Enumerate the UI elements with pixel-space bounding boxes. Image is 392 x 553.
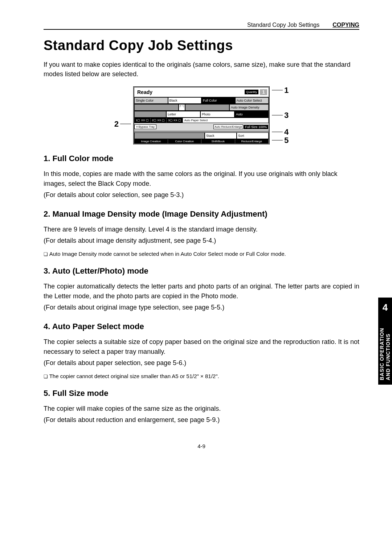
quantity-label: Quantity	[245, 90, 258, 94]
density-slider[interactable]: |‹ › |	[179, 104, 185, 111]
stack-btn[interactable]: Stack	[205, 132, 237, 139]
section-5-p2: (For details about reduction and enlarge…	[44, 415, 359, 425]
thumb-tab: 4 BASIC OPERATION AND FUNCTIONS	[378, 298, 392, 385]
section-3-p2: (For details about original image type s…	[44, 303, 359, 312]
section-5-heading: 5. Full Size mode	[44, 389, 359, 398]
callout-2: 2	[114, 119, 119, 129]
panel-tabs: Image Creation Color Creation Shift/Book…	[134, 139, 269, 143]
quantity-value: 1	[260, 89, 267, 95]
section-3-p1: The copier automatically detects the let…	[44, 282, 359, 301]
section-4-note: The copier cannot detect original size s…	[44, 373, 359, 379]
section-5-p1: The copier will make copies of the same …	[44, 404, 359, 414]
full-size-btn[interactable]: Full Size 100%	[243, 124, 269, 130]
auto-color-select-btn[interactable]: Auto Color Select	[235, 97, 269, 104]
tab-reduce-enlarge[interactable]: Reduce/Enlarge	[235, 139, 269, 143]
thumb-tab-number: 4	[383, 302, 388, 313]
section-2-note: Auto Image Density mode cannot be select…	[44, 251, 359, 257]
callout-4: 4	[284, 128, 289, 136]
section-2-p1: There are 9 levels of image density. Lev…	[44, 225, 359, 234]
tray-3[interactable]: 3▢ XX ▢	[167, 118, 183, 123]
photo-btn[interactable]: Photo	[200, 111, 234, 118]
callout-3: 3	[284, 111, 289, 119]
section-1-p1: In this mode, copies are made with the s…	[44, 169, 359, 189]
tray-row: 1▢ XX ▢ 2▢ XX ▢ 3▢ XX ▢ Auto Paper Selec…	[134, 118, 269, 123]
tab-color-creation[interactable]: Color Creation	[168, 139, 202, 143]
letter-btn[interactable]: Letter	[166, 111, 200, 118]
full-color-btn[interactable]: Full Color	[201, 97, 235, 104]
control-panel-figure: 2 Ready Quantity 1 Single Color Black Fu…	[44, 86, 359, 144]
auto-type-btn[interactable]: Auto	[234, 111, 269, 118]
page-title: Standard Copy Job Settings	[44, 38, 359, 53]
callout-5: 5	[284, 136, 289, 144]
section-4-p1: The copier selects a suitable size of co…	[44, 337, 359, 357]
tab-shift-book[interactable]: Shift/Book	[201, 139, 235, 143]
type-blank	[134, 111, 166, 118]
copier-panel: Ready Quantity 1 Single Color Black Full…	[133, 86, 270, 144]
intro-text: If you want to make copies identical to …	[44, 60, 359, 79]
sort-btn[interactable]: Sort	[237, 132, 269, 139]
page-number: 4-9	[44, 443, 359, 449]
tab-image-creation[interactable]: Image Creation	[134, 139, 168, 143]
single-color-btn[interactable]: Single Color	[134, 97, 168, 104]
tray-2[interactable]: 2▢ XX ▢	[151, 118, 167, 123]
section-2-p2: (For details about image density adjustm…	[44, 236, 359, 246]
tray-1[interactable]: 1▢ XX ▢	[134, 118, 151, 123]
bypass-tray-btn[interactable]: ⇐Bypass Tray	[134, 124, 156, 129]
auto-reduce-enlarge-btn[interactable]: Auto Reduce/Enlarge	[213, 124, 243, 129]
section-3-heading: 3. Auto (Letter/Photo) mode	[44, 266, 359, 276]
section-1-p2: (For details about color selection, see …	[44, 190, 359, 200]
page-header: Standard Copy Job Settings COPYING	[44, 22, 359, 30]
auto-paper-select-btn[interactable]: Auto Paper Select	[183, 118, 269, 123]
black-btn[interactable]: Black	[168, 97, 202, 104]
header-section: Standard Copy Job Settings	[247, 22, 319, 28]
section-4-heading: 4. Auto Paper Select mode	[44, 322, 359, 331]
ready-label: Ready	[134, 89, 245, 96]
section-1-heading: 1. Full Color mode	[44, 154, 359, 163]
header-chapter: COPYING	[332, 22, 359, 28]
thumb-tab-text: BASIC OPERATION AND FUNCTIONS	[379, 318, 391, 380]
callout-1: 1	[284, 86, 289, 94]
section-4-p2: (For details about paper selection, see …	[44, 358, 359, 368]
auto-image-density-btn[interactable]: Auto Image Density	[229, 104, 269, 111]
section-2-heading: 2. Manual Image Density mode (Image Dens…	[44, 209, 359, 219]
